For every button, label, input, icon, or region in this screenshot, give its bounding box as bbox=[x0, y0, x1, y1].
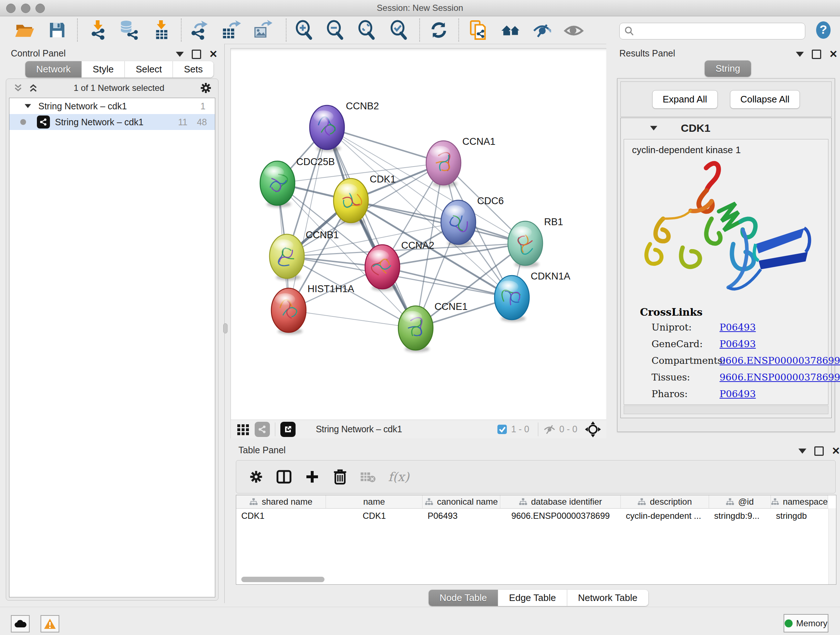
panel-menu-icon[interactable] bbox=[176, 52, 184, 57]
panel-menu-icon[interactable] bbox=[798, 448, 806, 454]
apply-layout-button[interactable] bbox=[428, 19, 450, 41]
column-header-database-identifier[interactable]: database identifier bbox=[500, 495, 621, 509]
tab-style[interactable]: Style bbox=[82, 61, 125, 78]
network-current-dot-icon bbox=[20, 119, 26, 125]
table-horizontal-scrollbar-thumb[interactable] bbox=[241, 577, 325, 582]
clone-network-button[interactable] bbox=[467, 19, 489, 41]
open-session-button[interactable] bbox=[14, 19, 35, 41]
birdseye-navigator-icon[interactable] bbox=[584, 421, 601, 438]
crosslink-pharos-link[interactable]: P06493 bbox=[720, 388, 756, 399]
network-node-CCNB2[interactable]: CCNB2 bbox=[309, 101, 379, 152]
expand-all-networks-icon[interactable] bbox=[13, 82, 24, 93]
network-edge[interactable] bbox=[289, 127, 327, 310]
delete-trash-icon[interactable] bbox=[332, 469, 347, 485]
close-panel-icon[interactable]: ✕ bbox=[832, 448, 840, 455]
zoom-in-button[interactable] bbox=[293, 19, 315, 41]
home-button[interactable] bbox=[500, 19, 521, 41]
import-network-from-database-button[interactable] bbox=[118, 19, 139, 41]
crosslink-uniprot-link[interactable]: P06493 bbox=[720, 322, 756, 333]
float-panel-icon[interactable] bbox=[812, 50, 821, 59]
network-edge[interactable] bbox=[289, 310, 416, 328]
eye-slash-icon bbox=[532, 19, 553, 41]
search-icon bbox=[624, 26, 635, 36]
export-table-button[interactable] bbox=[219, 19, 241, 41]
crosslink-row: Tissues:9606.ENSP00000378699 bbox=[624, 372, 828, 388]
network-node-CCNA2[interactable]: CCNA2 bbox=[365, 240, 434, 291]
import-network-button[interactable] bbox=[87, 19, 109, 41]
protein-details: cyclin-dependent kinase 1 bbox=[624, 139, 829, 405]
table-vertical-scrollbar[interactable] bbox=[829, 508, 836, 584]
expand-all-button[interactable]: Expand All bbox=[652, 90, 718, 109]
protein-collapse-icon[interactable] bbox=[650, 126, 657, 131]
splitter-handle[interactable] bbox=[223, 323, 227, 333]
zoom-fit-button[interactable] bbox=[355, 19, 377, 41]
network-edge[interactable] bbox=[382, 267, 512, 298]
column-header-description[interactable]: description bbox=[621, 495, 709, 509]
column-header-canonical-name[interactable]: canonical name bbox=[423, 495, 500, 509]
crosslink-tissues-link[interactable]: 9606.ENSP00000378699 bbox=[720, 372, 840, 383]
cloud-status-button[interactable] bbox=[11, 615, 30, 632]
network-edge[interactable] bbox=[327, 127, 416, 328]
export-network-button[interactable] bbox=[188, 19, 210, 41]
tab-node-table[interactable]: Node Table bbox=[429, 590, 498, 606]
tab-edge-table[interactable]: Edge Table bbox=[498, 590, 567, 606]
search-input[interactable] bbox=[635, 26, 805, 36]
column-header-id[interactable]: @id bbox=[709, 495, 771, 509]
show-all-button[interactable] bbox=[563, 19, 584, 41]
close-panel-icon[interactable]: ✕ bbox=[209, 51, 218, 58]
panel-menu-icon[interactable] bbox=[796, 52, 804, 57]
zoom-out-button[interactable] bbox=[324, 19, 346, 41]
network-node-CDKN1A[interactable]: CDKN1A bbox=[494, 271, 570, 322]
crosslink-genecard-link[interactable]: P06493 bbox=[720, 339, 756, 349]
zoom-selected-button[interactable] bbox=[388, 19, 409, 41]
save-session-button[interactable] bbox=[46, 19, 68, 41]
crosslink-compartments-link[interactable]: 9606.ENSP00000378699 bbox=[720, 355, 840, 366]
network-row[interactable]: String Network – cdk1 11 48 bbox=[9, 114, 215, 130]
network-badge-icon[interactable] bbox=[255, 422, 270, 437]
network-edge[interactable] bbox=[351, 201, 525, 243]
float-panel-icon[interactable] bbox=[814, 447, 824, 456]
warnings-button[interactable] bbox=[41, 615, 59, 632]
tab-network-table[interactable]: Network Table bbox=[567, 590, 648, 606]
network-node-HIST1H1A[interactable]: HIST1H1A bbox=[271, 283, 354, 334]
table-row[interactable]: CDK1CDK1P064939606.ENSP00000378699cyclin… bbox=[236, 509, 836, 523]
network-node-CCNE1[interactable]: CCNE1 bbox=[398, 301, 468, 352]
open-in-new-window-icon[interactable] bbox=[280, 422, 295, 437]
protein-header[interactable]: CDK1 bbox=[621, 118, 831, 138]
network-view-canvas[interactable]: CCNB2CCNA1CDC25BCDK1CDC6RB1CCNB1CCNA2CDK… bbox=[231, 48, 607, 420]
svg-text:?: ? bbox=[820, 22, 827, 36]
hidden-eye-slash-icon[interactable] bbox=[543, 424, 556, 435]
collapse-all-networks-icon[interactable] bbox=[28, 82, 39, 93]
network-options-gear-icon[interactable] bbox=[199, 81, 212, 95]
tab-network[interactable]: Network bbox=[25, 61, 82, 78]
tab-select[interactable]: Select bbox=[125, 61, 173, 78]
column-header-shared-name[interactable]: shared name bbox=[236, 495, 326, 509]
table-options-gear-icon[interactable] bbox=[248, 469, 264, 485]
network-node-RB1[interactable]: RB1 bbox=[508, 217, 563, 268]
collection-expand-icon[interactable] bbox=[25, 104, 31, 108]
protein-panel: CDK1 cyclin-dependent kinase 1 bbox=[621, 118, 832, 418]
close-panel-icon[interactable]: ✕ bbox=[829, 51, 837, 58]
results-scrollbar-track[interactable] bbox=[624, 405, 829, 414]
crosslinks-heading: CrossLinks bbox=[640, 306, 828, 318]
tab-sets[interactable]: Sets bbox=[173, 61, 213, 78]
hide-selected-button[interactable] bbox=[531, 19, 553, 41]
add-column-icon[interactable] bbox=[304, 469, 320, 485]
tab-string[interactable]: String bbox=[705, 60, 751, 77]
collapse-all-button[interactable]: Collapse All bbox=[730, 90, 800, 109]
help-button[interactable]: ? bbox=[813, 19, 834, 41]
column-header-name[interactable]: name bbox=[326, 495, 423, 509]
network-node-CDK1[interactable]: CDK1 bbox=[333, 174, 396, 225]
network-collection-row[interactable]: String Network – cdk1 1 bbox=[9, 98, 215, 114]
network-edge[interactable] bbox=[327, 127, 444, 163]
export-image-button[interactable] bbox=[251, 19, 273, 41]
select-columns-icon[interactable] bbox=[276, 469, 292, 485]
import-table-button[interactable] bbox=[150, 19, 172, 41]
column-header-namespace[interactable]: namespace bbox=[771, 495, 828, 509]
selected-checkbox-icon[interactable] bbox=[497, 424, 508, 435]
float-panel-icon[interactable] bbox=[192, 50, 201, 59]
results-panel-title: Results Panel bbox=[619, 48, 675, 59]
grid-view-icon[interactable] bbox=[237, 423, 249, 436]
memory-button[interactable]: Memory bbox=[783, 614, 829, 632]
network-node-CDC6[interactable]: CDC6 bbox=[441, 195, 504, 247]
